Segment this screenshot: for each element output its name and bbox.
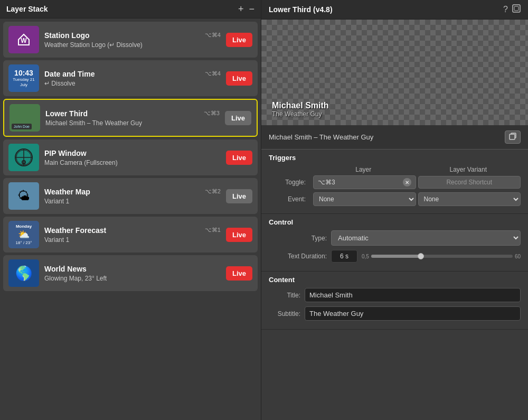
control-title: Control — [269, 218, 521, 226]
svg-text:W: W — [21, 37, 27, 44]
subtitle-field-label: Subtitle: — [269, 310, 300, 318]
left-panel: Layer Stack + − W Station Logo ⌥⌘4 Weath… — [0, 0, 261, 420]
preview-area: Michael Smith The Weather Guy — [261, 20, 528, 125]
right-header: Lower Third (v4.8) ? — [261, 0, 528, 20]
layer-item-date-time[interactable]: 10:43 Tuesday 21 July Date and Time ⌥⌘4 … — [3, 60, 258, 96]
duration-slider-container: 0,5 60 — [362, 254, 521, 259]
lt-label-thumb: John Doe — [12, 124, 32, 129]
layer-item-station-logo[interactable]: W Station Logo ⌥⌘4 Weather Station Logo … — [3, 22, 258, 58]
content-display-text: Michael Smith – The Weather Guy — [269, 133, 501, 141]
pip-thumb — [8, 144, 39, 171]
datetime-shortcut: ⌥⌘4 — [205, 70, 221, 77]
duration-slider-fill — [371, 255, 421, 258]
world-news-name-row: World News — [44, 265, 221, 273]
layer-item-weather-forecast[interactable]: Monday ⛅ 18° / 23° Weather Forecast ⌥⌘1 … — [3, 217, 258, 253]
world-news-live-button[interactable]: Live — [226, 266, 252, 281]
world-news-info: World News Glowing Map, 23° Left — [44, 265, 221, 282]
wf-day: Monday — [16, 224, 32, 229]
remove-layer-button[interactable]: − — [249, 4, 254, 14]
event-layer-select[interactable]: None — [313, 192, 416, 206]
toggle-label: Toggle: — [269, 179, 311, 186]
station-logo-name: Station Logo — [44, 31, 90, 40]
preview-subtitle: The Weather Guy — [272, 110, 517, 118]
type-label: Type: — [269, 235, 327, 242]
station-logo-thumb: W — [8, 26, 39, 53]
weather-map-sub: Variant 1 — [44, 198, 221, 205]
weather-map-live-button[interactable]: Live — [226, 189, 252, 203]
svg-rect-9 — [514, 6, 518, 11]
triggers-empty-header — [269, 166, 311, 173]
lower-third-overlay: Michael Smith The Weather Guy — [261, 96, 528, 125]
weather-map-name: Weather Map — [44, 188, 90, 196]
station-logo-info: Station Logo ⌥⌘4 Weather Station Logo (↵… — [44, 31, 221, 49]
pip-info: PIP Window Main Camera (Fullscreen) — [44, 149, 221, 166]
layer-item-world-news[interactable]: 🌎 World News Glowing Map, 23° Left Live — [3, 255, 258, 291]
lowerthird-info: Lower Third ⌥⌘3 Michael Smith – The Weat… — [45, 109, 220, 127]
triggers-header: Layer Layer Variant — [269, 166, 521, 173]
lowerthird-thumb: John Doe — [10, 104, 40, 132]
toggle-shortcut-box[interactable]: ⌥⌘3 ✕ — [313, 175, 416, 189]
wf-temp: 18° / 23° — [16, 240, 32, 245]
weather-map-shortcut: ⌥⌘2 — [205, 188, 221, 195]
subtitle-input[interactable] — [305, 306, 521, 321]
weather-map-info: Weather Map ⌥⌘2 Variant 1 — [44, 188, 221, 205]
expand-button[interactable] — [512, 4, 521, 15]
pip-live-button[interactable]: Live — [226, 151, 252, 165]
weather-map-name-row: Weather Map ⌥⌘2 — [44, 188, 221, 196]
datetime-day: Tuesday 21 July — [11, 77, 37, 87]
title-field-label: Title: — [269, 292, 300, 299]
header-actions: + − — [238, 4, 254, 14]
weather-forecast-info: Weather Forecast ⌥⌘1 Variant 1 — [44, 226, 221, 244]
world-news-sub: Glowing Map, 23° Left — [44, 275, 221, 282]
datetime-name-row: Date and Time ⌥⌘4 — [44, 70, 221, 78]
lowerthird-live-button[interactable]: Live — [225, 111, 251, 125]
help-button[interactable]: ? — [503, 4, 508, 15]
datetime-info: Date and Time ⌥⌘4 ↵ Dissolve — [44, 70, 221, 87]
weather-forecast-thumb: Monday ⛅ 18° / 23° — [8, 221, 39, 248]
record-shortcut-button[interactable]: Record Shortcut — [418, 176, 521, 189]
duration-slider-track[interactable] — [371, 255, 513, 258]
datetime-live-button[interactable]: Live — [226, 71, 252, 86]
toggle-shortcut-text: ⌥⌘3 — [318, 179, 335, 186]
control-section: Control Type: Automatic Text Duration: 6… — [261, 214, 528, 272]
lowerthird-sub: Michael Smith – The Weather Guy — [45, 119, 220, 127]
triggers-variant-header: Layer Variant — [416, 166, 521, 173]
datetime-thumb: 10:43 Tuesday 21 July — [8, 64, 39, 92]
content-title: Content — [269, 276, 521, 284]
weather-forecast-name-row: Weather Forecast ⌥⌘1 — [44, 226, 221, 235]
lowerthird-name: Lower Third — [45, 109, 88, 118]
right-panel: Lower Third (v4.8) ? Michael Smith The W… — [261, 0, 528, 420]
svg-rect-8 — [513, 5, 520, 12]
event-label: Event: — [269, 195, 311, 203]
duration-value: 6 s — [331, 250, 357, 263]
duration-row: Text Duration: 6 s 0,5 60 — [269, 250, 521, 263]
layer-item-weather-map[interactable]: 🌤 Weather Map ⌥⌘2 Variant 1 Live — [3, 178, 258, 214]
left-header: Layer Stack + − — [0, 0, 261, 18]
add-layer-button[interactable]: + — [238, 4, 244, 14]
duration-slider-thumb[interactable] — [418, 253, 424, 259]
weather-forecast-sub: Variant 1 — [44, 236, 221, 244]
duration-label: Text Duration: — [269, 253, 327, 260]
copy-button[interactable] — [505, 130, 521, 144]
slider-max-label: 60 — [515, 254, 521, 259]
toggle-clear-button[interactable]: ✕ — [403, 178, 411, 186]
layer-item-pip[interactable]: PIP Window Main Camera (Fullscreen) Live — [3, 139, 258, 175]
lowerthird-shortcut: ⌥⌘3 — [204, 110, 220, 117]
subtitle-field-row: Subtitle: — [269, 306, 521, 321]
type-row: Type: Automatic — [269, 230, 521, 246]
svg-rect-10 — [510, 134, 515, 139]
type-select[interactable]: Automatic — [331, 230, 521, 246]
world-news-name: World News — [44, 265, 87, 273]
station-logo-live-button[interactable]: Live — [226, 33, 252, 47]
weather-forecast-name: Weather Forecast — [44, 226, 106, 235]
datetime-name: Date and Time — [44, 70, 95, 78]
datetime-time: 10:43 — [14, 69, 33, 77]
lowerthird-name-row: Lower Third ⌥⌘3 — [45, 109, 220, 118]
layer-list: W Station Logo ⌥⌘4 Weather Station Logo … — [0, 18, 261, 420]
title-input[interactable] — [305, 288, 521, 302]
station-logo-sub: Weather Station Logo (↵ Dissolve) — [44, 41, 221, 49]
slider-min-label: 0,5 — [362, 254, 369, 259]
event-variant-select[interactable]: None — [418, 192, 521, 206]
weather-forecast-live-button[interactable]: Live — [226, 228, 252, 242]
layer-item-lower-third[interactable]: John Doe Lower Third ⌥⌘3 Michael Smith –… — [3, 99, 258, 137]
